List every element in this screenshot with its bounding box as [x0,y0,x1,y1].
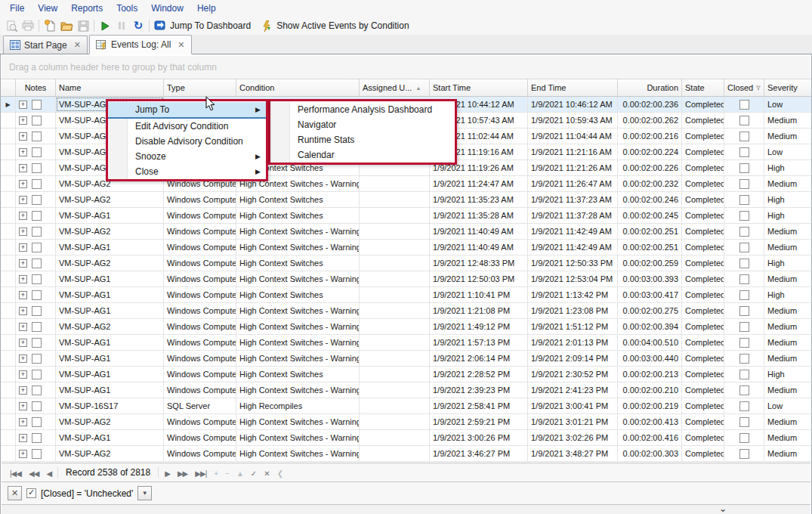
expand-row-button[interactable]: + [19,418,27,426]
type-cell[interactable]: SQL Server [164,398,236,413]
column-header-name[interactable]: Name [56,79,164,96]
expand-row-button[interactable]: + [19,116,27,125]
menu-file[interactable]: File [3,2,31,15]
duration-cell[interactable]: 0.00:02:00.251 [618,240,682,255]
duration-cell[interactable]: 0.00:03:00.417 [618,287,682,302]
context-menu-item-edit-advisory-condition[interactable]: Edit Advisory Condition [108,119,266,134]
start-time-cell[interactable]: 1/9/2021 3:46:27 PM [430,446,528,461]
severity-cell[interactable]: Medium [764,224,812,239]
notes-checkbox[interactable] [32,243,42,252]
severity-cell[interactable]: Medium [764,335,812,350]
expand-row-button[interactable]: + [19,450,27,458]
notes-checkbox[interactable] [32,211,42,221]
assigned-user-cell[interactable] [360,367,430,382]
start-time-cell[interactable]: 1/9/2021 3:00:26 PM [430,430,528,445]
notes-checkbox[interactable] [32,338,42,348]
notes-checkbox[interactable] [32,116,42,125]
severity-cell[interactable]: High [764,287,812,302]
condition-cell[interactable]: High Context Switches - Warning [236,319,360,334]
notes-checkbox[interactable] [32,259,42,268]
new-button[interactable] [42,18,58,33]
end-time-cell[interactable]: 1/9/2021 1:13:42 PM [528,287,618,302]
menu-tools[interactable]: Tools [110,2,144,15]
closed-checkbox[interactable] [739,211,749,221]
column-header-type[interactable]: Type [164,79,236,96]
condition-cell[interactable]: High Context Switches - Warning [236,351,360,366]
closed-checkbox[interactable] [739,290,749,300]
expand-row-button[interactable]: + [19,196,27,204]
column-header-closed[interactable]: Closed [724,79,764,96]
end-time-cell[interactable]: 1/9/2021 11:42:49 AM [528,240,618,255]
jump-to-dashboard-label[interactable]: Jump To Dashboard [170,20,251,31]
end-time-cell[interactable]: 1/9/2021 2:09:14 PM [528,351,618,366]
start-time-cell[interactable]: 1/9/2021 12:50:03 PM [430,271,528,286]
navigator-button[interactable]: |◀◀ [6,469,25,478]
severity-cell[interactable]: Medium [764,446,812,461]
notes-checkbox[interactable] [32,370,42,379]
severity-cell[interactable]: High [764,367,812,382]
navigator-button[interactable]: ◀ [42,469,55,478]
print-button[interactable] [20,18,36,33]
context-menu-item-jump-to[interactable]: Jump To▶ [108,102,266,119]
closed-checkbox[interactable] [739,132,749,141]
end-time-cell[interactable]: 1/9/2021 1:23:08 PM [528,303,618,318]
column-header-state[interactable]: State [682,79,724,96]
expand-row-button[interactable]: + [19,148,27,156]
start-time-cell[interactable]: 1/9/2021 2:28:52 PM [430,367,528,382]
column-header-start-time[interactable]: Start Time [430,79,528,96]
tab-start-page[interactable]: Start Page ✕ [3,36,88,54]
table-row[interactable]: +VM-SUP-AG2Windows ComputerHigh Context … [1,319,811,335]
table-row[interactable]: +VM-SUP-AG1Windows ComputerHigh Context … [1,287,811,303]
end-time-cell[interactable]: 1/9/2021 11:42:49 AM [528,224,618,239]
assigned-user-cell[interactable] [360,398,430,413]
condition-cell[interactable]: High Context Switches - Warning [236,335,360,350]
navigator-button[interactable]: + [210,469,221,478]
name-cell[interactable]: VM-SUP-AG2 [56,192,164,207]
navigator-button[interactable]: − [221,469,233,478]
closed-checkbox[interactable] [739,322,749,332]
end-time-cell[interactable]: 1/9/2021 11:37:23 AM [528,192,618,207]
duration-cell[interactable]: 0.00:02:00.224 [618,144,682,159]
menu-view[interactable]: View [31,2,64,15]
closed-checkbox[interactable] [739,179,749,189]
type-cell[interactable]: Windows Computer [164,271,236,286]
navigator-button[interactable]: ▶▶ [174,469,191,478]
assigned-user-cell[interactable] [360,430,430,445]
start-time-cell[interactable]: 1/9/2021 2:59:21 PM [430,414,528,429]
notes-checkbox[interactable] [32,449,42,459]
notes-checkbox[interactable] [32,227,42,237]
state-cell[interactable]: Completed [682,255,724,271]
state-cell[interactable]: Completed [682,160,724,175]
column-header-condition[interactable]: Condition [236,79,360,96]
expand-row-button[interactable]: + [19,212,27,220]
name-cell[interactable]: VM-SUP-AG2 [56,224,164,239]
duration-cell[interactable]: 0.00:02:00.262 [618,113,682,128]
refresh-button[interactable]: ↻ [130,18,147,33]
notes-checkbox[interactable] [32,163,42,173]
save-button[interactable] [75,18,91,33]
name-cell[interactable]: VM-SUP-16S17 [56,398,164,413]
duration-cell[interactable]: 0.00:02:00.259 [618,255,682,271]
submenu-item-navigator[interactable]: Navigator [270,117,455,132]
notes-checkbox[interactable] [32,354,42,364]
type-cell[interactable]: Windows Computer [164,335,236,350]
closed-checkbox[interactable] [739,370,749,379]
table-row[interactable]: +VM-SUP-AG2Windows ComputerHigh Context … [1,414,811,430]
notes-checkbox[interactable] [32,274,42,284]
condition-cell[interactable]: High Context Switches - Warning [236,414,360,429]
table-row[interactable]: +VM-SUP-AG2Windows ComputerHigh Context … [1,224,811,240]
severity-cell[interactable]: Medium [764,351,812,366]
duration-cell[interactable]: 0.00:02:00.394 [618,319,682,334]
notes-checkbox[interactable] [32,100,42,110]
name-cell[interactable]: VM-SUP-AG2 [56,255,164,271]
duration-cell[interactable]: 0.00:02:00.236 [618,97,682,112]
severity-cell[interactable]: Medium [764,128,812,144]
closed-checkbox[interactable] [739,163,749,173]
navigator-button[interactable]: ▲ [233,469,247,478]
severity-cell[interactable]: Medium [764,271,812,286]
duration-cell[interactable]: 0.00:03:00.393 [618,271,682,286]
state-cell[interactable]: Completed [682,303,724,318]
table-row[interactable]: +VM-SUP-AG1Windows ComputerHigh Context … [1,271,811,287]
expand-row-button[interactable]: + [19,434,27,442]
splitter-collapse-icon[interactable]: ⌄ [719,504,727,513]
